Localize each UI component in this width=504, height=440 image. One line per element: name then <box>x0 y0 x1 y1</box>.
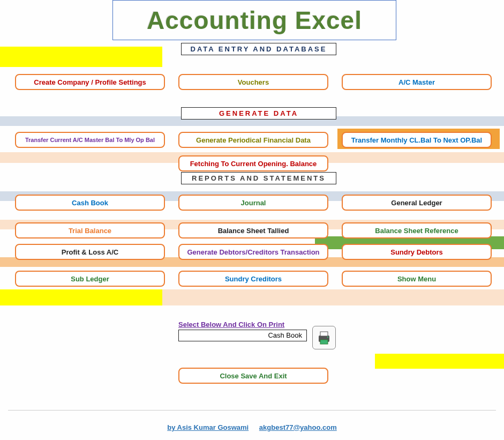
sub-ledger-button[interactable]: Sub Ledger <box>15 271 165 287</box>
svg-rect-1 <box>320 332 328 336</box>
section-generate: GENERATE DATA <box>181 107 336 120</box>
transfer-mly-button[interactable]: Transfer Current A/C Master Bal To Mly O… <box>15 132 165 148</box>
section-data-entry: DATA ENTRY AND DATABASE <box>181 43 336 55</box>
bg-stripe <box>375 354 504 369</box>
transfer-monthly-button[interactable]: Transfer Monthly CL.Bal To Next OP.Bal <box>342 132 492 148</box>
balance-sheet-ref-button[interactable]: Balance Sheet Reference <box>342 222 492 238</box>
sundry-creditors-button[interactable]: Sundry Creditors <box>178 271 328 287</box>
author-link[interactable]: by Asis Kumar Goswami <box>167 423 249 431</box>
fetching-button[interactable]: Fetching To Current Opening. Balance <box>178 155 328 171</box>
show-menu-button[interactable]: Show Menu <box>342 271 492 287</box>
journal-button[interactable]: Journal <box>178 195 328 211</box>
ac-master-button[interactable]: A/C Master <box>342 74 492 90</box>
cash-book-button[interactable]: Cash Book <box>15 195 165 211</box>
printer-icon[interactable] <box>312 326 336 349</box>
create-company-button[interactable]: Create Company / Profile Settings <box>15 74 165 90</box>
balance-sheet-tallied-button[interactable]: Balance Sheet Tallied <box>178 222 328 238</box>
svg-point-3 <box>327 337 328 338</box>
app-title-box: Accounting Excel <box>112 0 396 40</box>
generate-periodical-button[interactable]: Generate Periodical Financial Data <box>178 132 328 148</box>
footer: by Asis Kumar Goswami akgbest77@yahoo.co… <box>0 423 504 431</box>
debtors-creditors-button[interactable]: Generate Debtors/Creditors Transaction <box>178 244 328 260</box>
app-title: Accounting Excel <box>147 6 362 35</box>
trial-balance-button[interactable]: Trial Balance <box>15 222 165 238</box>
print-label: Select Below And Click On Print <box>178 320 328 329</box>
email-link[interactable]: akgbest77@yahoo.com <box>259 423 337 431</box>
bg-stripe <box>162 289 504 305</box>
svg-rect-2 <box>320 340 328 344</box>
print-area: Select Below And Click On Print Cash Boo… <box>178 320 328 341</box>
vouchers-button[interactable]: Vouchers <box>178 74 328 90</box>
bg-stripe <box>0 289 162 305</box>
divider <box>8 410 496 411</box>
general-ledger-button[interactable]: General Ledger <box>342 195 492 211</box>
profit-loss-button[interactable]: Profit & Loss A/C <box>15 244 165 260</box>
printer-icon-svg <box>315 329 333 346</box>
close-save-exit-button[interactable]: Close Save And Exit <box>178 368 328 384</box>
bg-stripe <box>0 47 162 67</box>
sundry-debtors-button[interactable]: Sundry Debtors <box>342 244 492 260</box>
print-select[interactable]: Cash Book <box>178 330 307 341</box>
section-reports: REPORTS AND STATEMENTS <box>181 172 336 184</box>
